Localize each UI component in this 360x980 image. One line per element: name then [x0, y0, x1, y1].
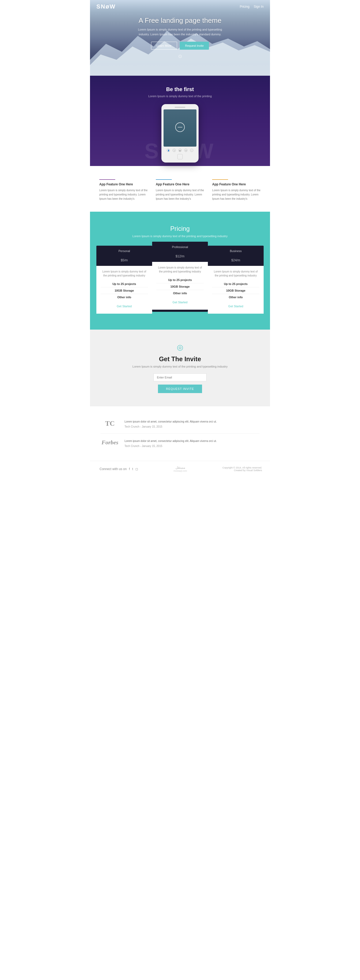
- navbar: SNøW Pricing Sign In: [90, 0, 270, 13]
- feature-title-1: App Feature One Here: [99, 183, 148, 186]
- phone-home-button: [178, 154, 182, 159]
- card-cta-personal[interactable]: Get Started: [101, 302, 148, 310]
- pricing-card-business: Business $24/m Lorem Ipsum is simply dum…: [208, 246, 263, 313]
- social-icon-instagram[interactable]: ◻: [135, 467, 138, 471]
- phone-icon-2: 𝕏: [173, 149, 176, 152]
- press-item-1: TC Lorem ipsum dolor sit amet, consectet…: [101, 414, 259, 434]
- footer-social: Connect with us on f t ◻: [98, 467, 138, 471]
- pricing-section: Pricing Lorem Ipsum is simply dummy text…: [90, 212, 270, 329]
- card-period-personal: /m: [124, 258, 128, 262]
- press-section: TC Lorem ipsum dolor sit amet, consectet…: [90, 406, 270, 461]
- pricing-card-professional: Professional $12/m Lorem Ipsum is simply…: [152, 242, 208, 312]
- card-price-professional: $12/m: [155, 251, 205, 259]
- pricing-title: Pricing: [97, 225, 263, 232]
- phone-icons-row: 👤 𝕏 ▣ ✉ ♪: [163, 146, 197, 153]
- phone-mockup-container: 👤 𝕏 ▣ ✉ ♪: [95, 104, 265, 162]
- request-invite-button[interactable]: Request Invite: [180, 42, 209, 50]
- phone-play-inner: [178, 127, 182, 127]
- watermark-logo: مستقل: [173, 466, 187, 469]
- phone-mockup: 👤 𝕏 ▣ ✉ ♪: [162, 104, 198, 162]
- created-by: Created by Visual Soldiers: [222, 469, 262, 472]
- phone-screen: [163, 110, 197, 146]
- card-desc-business: Lorem Ipsum is simply dummy text of the …: [212, 270, 259, 278]
- pricing-subtitle: Lorem Ipsum is simply dummy text of the …: [97, 234, 263, 238]
- hero-title: A Free landing page theme: [135, 16, 225, 25]
- press-text-1: Lorem ipsum dolor sit amet, consectetur …: [125, 420, 217, 428]
- email-input[interactable]: [154, 374, 206, 381]
- card-body-business: Lorem Ipsum is simply dummy text of the …: [208, 266, 263, 313]
- phone-icon-3: ▣: [178, 149, 182, 152]
- card-feature-personal-2: 10GB Storage: [101, 287, 148, 294]
- feature-item-2: App Feature One Here Lorem Ipsum is simp…: [154, 179, 206, 201]
- card-price-value-business: $24: [231, 258, 236, 262]
- get-invite-title: Get The Invite: [95, 355, 265, 363]
- card-feature-professional-2: 10GB Storage: [156, 283, 204, 290]
- navbar-links: Pricing Sign In: [240, 5, 263, 8]
- feature-title-3: App Feature One Here: [212, 183, 261, 186]
- card-price-value-professional: $12: [176, 255, 181, 258]
- feature-item-1: App Feature One Here Lorem Ipsum is simp…: [98, 179, 149, 201]
- connect-text: Connect with us on: [100, 467, 127, 471]
- card-desc-personal: Lorem Ipsum is simply dummy text of the …: [101, 270, 148, 278]
- pricing-cards: Personal $5/m Lorem Ipsum is simply dumm…: [97, 246, 263, 313]
- feature-line-1: [99, 179, 115, 180]
- watermark-url: mostaql.com: [173, 469, 187, 472]
- card-cta-professional[interactable]: Get Started: [156, 299, 204, 306]
- get-invite-section: ◎ Get The Invite Lorem Ipsum is simply d…: [90, 329, 270, 406]
- scroll-down-icon: ⊙: [135, 53, 225, 59]
- feature-desc-3: Lorem Ipsum is simply dummy text of the …: [212, 188, 261, 201]
- card-feature-personal-3: Other info: [101, 294, 148, 301]
- press-date-2: Tech Crunch - January 15, 2015: [125, 445, 217, 447]
- card-feature-professional-3: Other info: [156, 290, 204, 296]
- be-first-description: Lorem Ipsum is simply dummy text of the …: [95, 95, 265, 98]
- press-item-2: Forbes Lorem ipsum dolor sit amet, conse…: [101, 434, 259, 453]
- card-header-business: Business $24/m: [208, 246, 263, 266]
- invite-icon: ◎: [95, 343, 265, 352]
- nav-signin[interactable]: Sign In: [254, 5, 263, 8]
- press-logo-tc: TC: [101, 420, 119, 428]
- features-section: App Feature One Here Lorem Ipsum is simp…: [90, 166, 270, 212]
- card-body-personal: Lorem Ipsum is simply dummy text of the …: [97, 266, 152, 313]
- card-body-professional: Lorem Ipsum is simply dummy text of the …: [152, 262, 208, 310]
- phone-icon-4: ✉: [184, 149, 187, 152]
- press-text-2: Lorem ipsum dolor sit amet, consectetur …: [125, 439, 217, 447]
- card-desc-professional: Lorem Ipsum is simply dummy text of the …: [156, 266, 204, 274]
- press-date-1: Tech Crunch - January 15, 2015: [125, 425, 217, 428]
- learn-more-button[interactable]: Learn More: [151, 42, 177, 50]
- request-invite-submit-button[interactable]: REQUEST INVITE: [158, 385, 202, 393]
- phone-play-button: [175, 123, 185, 132]
- card-header-personal: Personal $5/m: [97, 246, 152, 266]
- social-icon-twitter[interactable]: t: [132, 467, 133, 471]
- nav-pricing[interactable]: Pricing: [240, 5, 249, 8]
- press-logo-forbes: Forbes: [101, 439, 119, 446]
- copyright-text: Copyright © 2014. All rights reserved.: [222, 466, 262, 469]
- navbar-logo: SNøW: [97, 3, 116, 10]
- phone-icon-1: 👤: [167, 149, 170, 152]
- social-icon-facebook[interactable]: f: [129, 467, 130, 471]
- tc-logo-text: TC: [101, 420, 119, 428]
- card-price-business: $24/m: [211, 255, 260, 263]
- phone-speaker: [175, 107, 185, 108]
- card-feature-personal-1: Up to 25 projects: [101, 281, 148, 287]
- card-price-personal: $5/m: [100, 255, 149, 263]
- be-first-title: Be the first: [95, 86, 265, 92]
- feature-desc-2: Lorem Ipsum is simply dummy text of the …: [156, 188, 205, 201]
- card-feature-business-2: 10GB Storage: [212, 287, 259, 294]
- card-price-value-personal: $5: [121, 258, 124, 262]
- card-cta-business[interactable]: Get Started: [212, 302, 259, 310]
- feature-line-3: [212, 179, 228, 180]
- feature-title-2: App Feature One Here: [156, 183, 205, 186]
- hero-content: A Free landing page theme Lorem Ipsum is…: [135, 16, 225, 59]
- feature-line-2: [156, 179, 172, 180]
- get-invite-description: Lorem Ipsum is simply dummy text of the …: [95, 365, 265, 368]
- phone-icon-5: ♪: [190, 149, 193, 152]
- footer-copyright: Copyright © 2014. All rights reserved. C…: [222, 466, 262, 472]
- card-header-professional: Professional $12/m: [152, 242, 208, 262]
- forbes-logo-text: Forbes: [101, 439, 119, 446]
- feature-item-3: App Feature One Here Lorem Ipsum is simp…: [211, 179, 262, 201]
- be-first-section: Be the first Lorem Ipsum is simply dummy…: [90, 76, 270, 166]
- footer-watermark: مستقل mostaql.com: [173, 466, 187, 472]
- pricing-card-personal: Personal $5/m Lorem Ipsum is simply dumm…: [97, 246, 152, 313]
- press-desc-2: Lorem ipsum dolor sit amet, consectetur …: [125, 439, 217, 443]
- footer: Connect with us on f t ◻ مستقل mostaql.c…: [90, 461, 270, 477]
